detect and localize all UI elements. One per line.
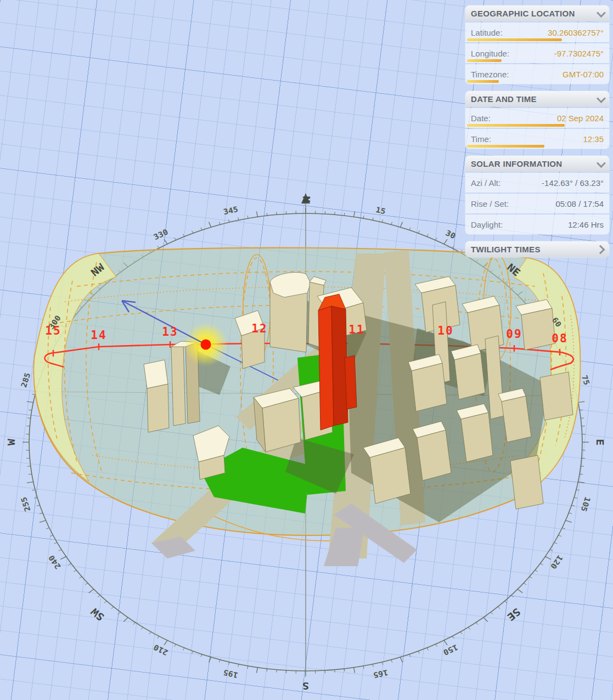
section-title: TWILIGHT TIMES (471, 245, 541, 254)
row-label: Time: (471, 134, 491, 144)
compass-label-345: 345 (222, 205, 239, 216)
panel-row-timezone[interactable]: Timezone:GMT-07:00 (465, 64, 609, 84)
chevron-right-icon (596, 245, 605, 254)
compass-label-240: 240 (47, 554, 63, 571)
row-label: Date: (471, 114, 491, 123)
value-slider-bar[interactable] (467, 38, 562, 41)
section-header-geo[interactable]: GEOGRAPHIC LOCATION (465, 5, 609, 21)
value-slider-bar[interactable] (467, 80, 499, 83)
panel-row-azialt: Azi / Alt:-142.63° / 63.23° (465, 173, 609, 193)
section-title: GEOGRAPHIC LOCATION (471, 9, 575, 18)
value-slider-bar[interactable] (467, 59, 502, 62)
compass-label-150: 150 (442, 643, 459, 657)
compass-label-w: W (5, 439, 18, 445)
section-title: DATE AND TIME (471, 94, 537, 104)
row-value: 12:46 Hrs (568, 220, 604, 229)
row-value: 05:08 / 17:54 (555, 199, 604, 208)
row-value[interactable]: GMT-07:00 (563, 70, 604, 79)
row-value[interactable]: 02 Sep 2024 (557, 114, 604, 123)
row-value[interactable]: -97.7302475° (554, 49, 604, 58)
compass-label-105: 105 (580, 496, 592, 512)
row-value[interactable]: 30.260362757° (548, 28, 604, 37)
section-header-solar[interactable]: SOLAR INFORMATION (465, 156, 609, 172)
compass-label-195: 195 (222, 668, 239, 680)
compass-label-30: 30 (445, 229, 457, 241)
compass-label-sw: SW (88, 605, 106, 623)
compass-label-s: S (302, 680, 309, 692)
panel-row-latitude[interactable]: Latitude:30.260362757° (465, 22, 609, 42)
sun-path-3d-viewport[interactable]: 1514131211100908 N1530NE6075E105120SE150… (0, 0, 613, 700)
hour-label-14: 14 (91, 329, 106, 342)
panel-section-solar: SOLAR INFORMATIONAzi / Alt:-142.63° / 63… (465, 156, 609, 234)
compass-label-15: 15 (375, 205, 386, 216)
compass-label-75: 75 (580, 374, 591, 386)
compass-label-120: 120 (549, 554, 564, 571)
compass-label-165: 165 (373, 668, 389, 680)
hour-label-09: 09 (506, 328, 522, 341)
compass-label-330: 330 (152, 228, 169, 242)
chevron-down-icon (597, 8, 606, 18)
chevron-down-icon (597, 94, 606, 103)
row-value: -142.63° / 63.23° (542, 178, 604, 188)
row-label: Azi / Alt: (471, 178, 500, 188)
panel-section-geo: GEOGRAPHIC LOCATIONLatitude:30.260362757… (465, 5, 609, 84)
hour-label-11: 11 (348, 323, 364, 336)
hour-label-13: 13 (162, 325, 178, 338)
section-header-twilight[interactable]: TWILIGHT TIMES (465, 241, 609, 257)
hour-label-08: 08 (552, 332, 567, 345)
compass-label-255: 255 (19, 496, 32, 512)
control-panel: GEOGRAPHIC LOCATIONLatitude:30.260362757… (465, 5, 609, 264)
panel-section-datetime: DATE AND TIMEDate:02 Sep 2024Time:12:35 (465, 91, 609, 149)
section-header-datetime[interactable]: DATE AND TIME (465, 91, 609, 107)
compass-label-210: 210 (152, 643, 169, 657)
chevron-down-icon (597, 159, 606, 168)
panel-row-riseset: Rise / Set:05:08 / 17:54 (465, 194, 609, 213)
hour-label-12: 12 (251, 322, 267, 335)
row-label: Longitude: (471, 49, 509, 58)
panel-row-date[interactable]: Date:02 Sep 2024 (465, 108, 609, 128)
row-label: Latitude: (471, 28, 503, 37)
panel-row-daylight: Daylight:12:46 Hrs (465, 214, 609, 234)
row-label: Rise / Set: (471, 199, 509, 208)
row-label: Daylight: (471, 220, 503, 229)
panel-row-time[interactable]: Time:12:35 (465, 129, 609, 149)
compass-label-se: SE (505, 606, 523, 623)
row-label: Timezone: (471, 70, 509, 79)
panel-row-longitude[interactable]: Longitude:-97.7302475° (465, 43, 609, 63)
section-title: SOLAR INFORMATION (471, 159, 562, 168)
panel-section-twilight: TWILIGHT TIMES (465, 241, 609, 257)
compass-label-n: N (300, 196, 312, 202)
compass-label-285: 285 (19, 372, 32, 388)
value-slider-bar[interactable] (467, 145, 544, 148)
sun-marker[interactable] (201, 340, 211, 350)
row-value[interactable]: 12:35 (583, 134, 604, 144)
hour-label-10: 10 (437, 324, 453, 337)
compass-label-e: E (594, 439, 606, 445)
value-slider-bar[interactable] (467, 124, 565, 127)
